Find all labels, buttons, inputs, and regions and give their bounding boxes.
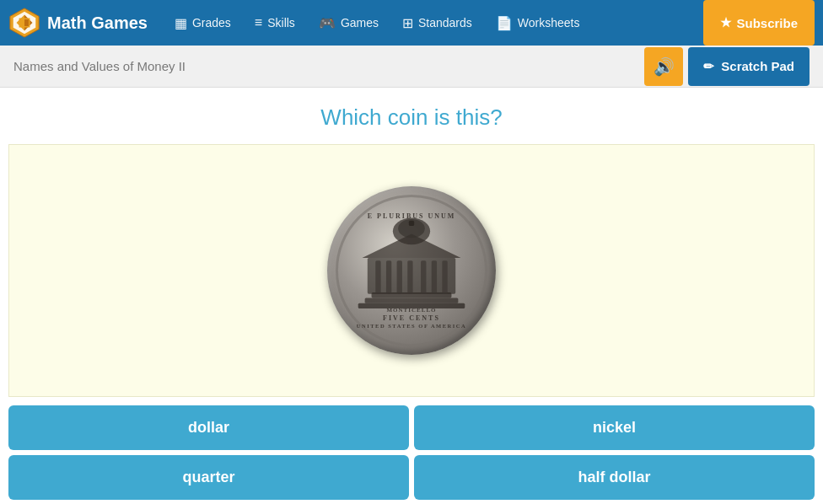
question-title: Which coin is this? [8, 105, 815, 131]
coin-usa-text: UNITED STATES OF AMERICA [357, 323, 466, 329]
nav-grades[interactable]: ▦ Grades [164, 10, 241, 36]
svg-rect-15 [432, 260, 437, 294]
subscribe-button[interactable]: ★ Subscribe [703, 0, 815, 46]
answer-dollar[interactable]: dollar [8, 405, 409, 450]
svg-rect-14 [421, 260, 426, 294]
answers-grid: dollar nickel quarter half dollar [8, 405, 815, 500]
nav-worksheets[interactable]: 📄 Worksheets [486, 10, 590, 36]
svg-rect-10 [375, 260, 380, 294]
main-nav: ▦ Grades ≡ Skills 🎮 Games ⊞ Standards 📄 … [164, 10, 704, 36]
coin-display: E PLURIBUS UNUM [8, 144, 815, 397]
standards-icon: ⊞ [402, 15, 413, 31]
coin-monticello-text: MONTICELLO [386, 307, 436, 314]
nav-standards[interactable]: ⊞ Standards [392, 10, 482, 36]
worksheets-icon: 📄 [496, 15, 513, 31]
logo-icon [8, 7, 40, 39]
answer-quarter[interactable]: quarter [8, 455, 409, 500]
header: Math Games ▦ Grades ≡ Skills 🎮 Games ⊞ S… [0, 0, 823, 46]
scratch-pad-button[interactable]: ✏ Scratch Pad [688, 47, 810, 86]
logo-text: Math Games [47, 13, 148, 33]
grades-icon: ▦ [175, 15, 187, 31]
svg-rect-20 [409, 221, 414, 226]
logo[interactable]: Math Games [8, 7, 148, 39]
breadcrumb: Names and Values of Money II [13, 59, 186, 73]
coin-image: E PLURIBUS UNUM [327, 186, 496, 355]
nav-skills[interactable]: ≡ Skills [245, 10, 305, 35]
svg-rect-12 [397, 260, 402, 294]
answer-nickel[interactable]: nickel [414, 405, 815, 450]
svg-rect-7 [365, 298, 459, 303]
svg-rect-16 [442, 260, 447, 294]
skills-icon: ≡ [255, 15, 262, 30]
audio-button[interactable]: 🔊 [644, 47, 683, 86]
coin-text-bottom: MONTICELLO FIVE CENTS UNITED STATES OF A… [357, 307, 466, 329]
main-content: Which coin is this? E PLURIBUS UNUM [0, 88, 823, 504]
coin-text-top: E PLURIBUS UNUM [368, 212, 456, 220]
svg-rect-11 [386, 260, 391, 294]
breadcrumb-bar: Names and Values of Money II 🔊 ✏ Scratch… [0, 46, 823, 88]
games-icon: 🎮 [319, 15, 336, 31]
star-icon: ★ [720, 15, 731, 30]
answer-half-dollar[interactable]: half dollar [414, 455, 815, 500]
coin-inner: E PLURIBUS UNUM [336, 195, 487, 346]
svg-rect-13 [407, 260, 412, 294]
coin-five-cents-text: FIVE CENTS [383, 314, 440, 322]
nav-games[interactable]: 🎮 Games [309, 10, 389, 36]
speaker-icon: 🔊 [654, 56, 675, 77]
pencil-icon: ✏ [703, 59, 714, 74]
